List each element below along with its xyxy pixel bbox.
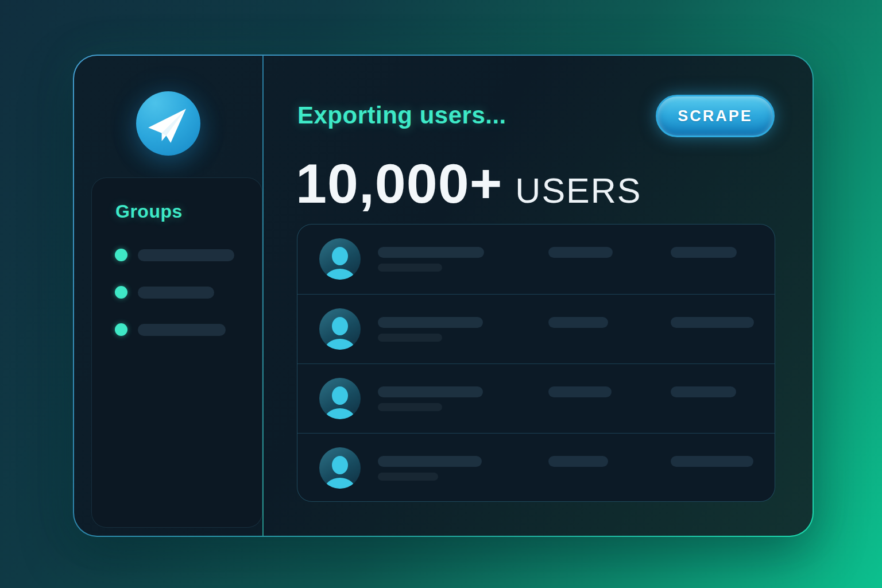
user-handle-placeholder-bar <box>378 264 442 272</box>
user-handle-placeholder-bar <box>378 334 442 342</box>
group-list-item[interactable] <box>115 323 234 336</box>
group-dot-icon <box>115 323 127 336</box>
group-dot-icon <box>115 249 127 261</box>
group-name-placeholder-bar <box>138 249 234 261</box>
telegram-paper-plane-icon <box>138 95 196 153</box>
headline-unit-label: USERS <box>515 173 641 208</box>
user-field2-placeholder-bar <box>548 456 608 467</box>
user-row[interactable] <box>297 433 775 502</box>
scrape-button[interactable]: SCRAPE <box>656 95 775 137</box>
user-avatar-icon <box>319 378 361 419</box>
groups-panel: Groups <box>91 177 262 528</box>
user-name-placeholder-bar <box>378 386 483 397</box>
group-dot-icon <box>115 286 127 299</box>
user-handle-placeholder-bar <box>378 473 438 481</box>
user-handle-placeholder-bar <box>378 403 442 411</box>
user-row[interactable] <box>297 363 775 433</box>
user-field3-placeholder-bar <box>671 247 737 258</box>
user-field2-placeholder-bar <box>548 317 608 328</box>
group-name-placeholder-bar <box>138 287 214 299</box>
page-background: { "colors": { "accent_mint": "#3EE9C7", … <box>0 0 882 588</box>
user-field2-placeholder-bar <box>548 247 613 258</box>
sidebar-divider <box>262 56 264 536</box>
user-avatar-icon <box>319 308 361 350</box>
groups-title: Groups <box>115 201 183 222</box>
group-name-placeholder-bar <box>138 324 226 336</box>
user-field3-placeholder-bar <box>671 317 754 328</box>
headline-user-count: 10,000+ <box>296 156 502 211</box>
user-name-placeholder-bar <box>378 456 482 467</box>
user-field3-placeholder-bar <box>671 456 753 467</box>
user-avatar-icon <box>319 447 361 489</box>
user-table <box>297 224 775 502</box>
user-name-placeholder-bar <box>378 317 483 328</box>
user-row[interactable] <box>297 294 775 363</box>
app-window: Groups Exporting users... 10,000+ USERS … <box>73 55 814 537</box>
headline: 10,000+ USERS <box>296 156 642 211</box>
user-row[interactable] <box>297 225 775 294</box>
group-list-item[interactable] <box>115 286 234 299</box>
group-list-item[interactable] <box>115 249 234 261</box>
user-field3-placeholder-bar <box>671 386 736 397</box>
user-rows <box>297 225 775 502</box>
telegram-logo <box>136 91 200 156</box>
user-avatar-icon <box>319 238 361 280</box>
status-text: Exporting users... <box>297 103 506 127</box>
user-name-placeholder-bar <box>378 247 484 258</box>
user-field2-placeholder-bar <box>548 386 612 397</box>
groups-list <box>115 249 234 361</box>
